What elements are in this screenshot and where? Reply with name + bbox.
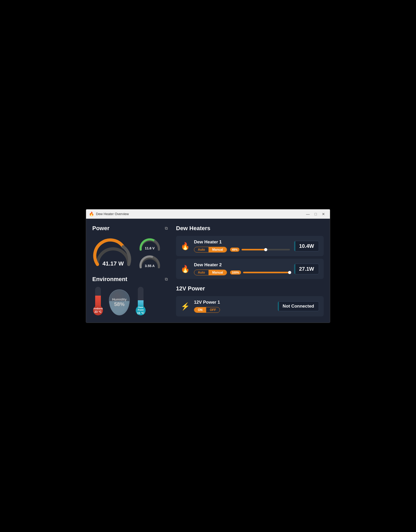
humidity-widget: Humidity 58%	[109, 289, 130, 315]
12v-power-1-status-bar	[278, 302, 279, 311]
dew-heater-2-manual-btn[interactable]: Manual	[209, 270, 226, 275]
ambient-therm-bulb: Ambient 23 °C	[93, 305, 103, 315]
gauges-row: 41.17 W 11.6 V	[92, 236, 168, 270]
thermometers-row: Ambient 23 °C Humidity 58%	[92, 287, 168, 315]
small-gauges: 11.6 V 3.55 A	[138, 237, 161, 269]
dew-heater-1-power-display: 10.4W	[294, 241, 319, 251]
dew-heater-2-power-value: 27.1W	[299, 266, 314, 272]
close-button[interactable]: ✕	[320, 211, 327, 217]
main-power-value: 41.17 W	[102, 260, 124, 267]
minimize-button[interactable]: —	[304, 211, 311, 217]
dew-heater-2-info: Dew Heater 2 Auto Manual 100%	[194, 262, 290, 275]
dew-heater-2-mode-toggle: Auto Manual	[194, 270, 227, 275]
dew-heaters-title: Dew Heaters	[176, 225, 210, 232]
environment-section: Environment ⧉ Ambient 23 °C	[92, 276, 168, 315]
dew-heater-1-manual-btn[interactable]: Manual	[209, 247, 226, 252]
dew-heaters-header: Dew Heaters	[176, 225, 324, 232]
window-controls: — □ ✕	[304, 211, 327, 217]
dewpoint-therm-bulb: Dew Point 15 °C	[136, 305, 146, 315]
environment-ext-link-icon[interactable]: ⧉	[165, 277, 168, 282]
dew-heater-1-slider-thumb[interactable]	[264, 248, 267, 251]
dew-heater-2-slider-container: 100%	[230, 270, 290, 275]
12v-power-1-info: 12V Power 1 ON OFF	[194, 300, 274, 313]
dew-heater-1-slider-fill	[242, 249, 265, 250]
dew-heater-2-power-display: 27.1W	[294, 264, 319, 274]
12v-power-title: 12V Power	[176, 285, 205, 292]
dewpoint-value: 15 °C	[137, 311, 144, 315]
maximize-button[interactable]: □	[312, 211, 319, 217]
12v-power-1-name: 12V Power 1	[194, 300, 274, 305]
12v-power-1-toggle: ON OFF	[194, 307, 220, 313]
voltage-gauge: 11.6 V	[138, 237, 161, 251]
ambient-label: Ambient	[93, 307, 103, 310]
dew-heater-1-auto-btn[interactable]: Auto	[194, 247, 209, 252]
humidity-label: Humidity	[112, 297, 127, 301]
titlebar: 🔥 Dew Heater Overview — □ ✕	[86, 209, 330, 219]
dew-heater-2-card: 🔥 Dew Heater 2 Auto Manual 100%	[176, 259, 324, 279]
12v-power-section: 12V Power ⚡ 12V Power 1 ON OFF Not Conne…	[176, 285, 324, 316]
flame-icon-1: 🔥	[181, 242, 190, 250]
12v-power-1-off-btn[interactable]: OFF	[206, 307, 220, 312]
dewpoint-label: Dew Point	[136, 306, 146, 312]
voltage-value: 11.6 V	[145, 246, 155, 250]
dew-heater-1-slider-track[interactable]	[242, 249, 290, 250]
environment-header: Environment ⧉	[92, 276, 168, 283]
dew-heater-2-auto-btn[interactable]: Auto	[194, 270, 209, 275]
power-title: Power	[92, 225, 109, 232]
right-panel: Dew Heaters 🔥 Dew Heater 1 Auto Manual	[176, 225, 324, 316]
12v-power-header: 12V Power	[176, 285, 324, 292]
ambient-therm-body: Ambient 23 °C	[92, 287, 104, 315]
dew-heaters-section: Dew Heaters 🔥 Dew Heater 1 Auto Manual	[176, 225, 324, 279]
12v-power-1-on-btn[interactable]: ON	[194, 307, 206, 312]
ambient-thermometer: Ambient 23 °C	[92, 287, 104, 315]
dew-heater-1-mode-toggle: Auto Manual	[194, 247, 227, 252]
flame-icon-2: 🔥	[181, 265, 190, 273]
dew-heater-2-slider-badge: 100%	[230, 270, 241, 275]
ambient-value: 23 °C	[94, 310, 102, 314]
bolt-icon: ⚡	[181, 302, 190, 311]
humidity-bubble: Humidity 58%	[109, 289, 130, 315]
dew-heater-2-name: Dew Heater 2	[194, 262, 290, 268]
main-window: 🔥 Dew Heater Overview — □ ✕ Power ⧉	[86, 209, 330, 323]
12v-power-1-status-value: Not Connected	[283, 304, 314, 309]
environment-title: Environment	[92, 276, 127, 283]
dew-heater-1-info: Dew Heater 1 Auto Manual 49%	[194, 240, 290, 252]
dew-heater-1-slider-container: 49%	[230, 248, 290, 252]
dew-heater-2-slider-track[interactable]	[243, 272, 290, 273]
left-panel: Power ⧉ 41.17 W	[92, 225, 168, 316]
dew-heater-1-card: 🔥 Dew Heater 1 Auto Manual 49%	[176, 236, 324, 256]
window-title: Dew Heater Overview	[96, 212, 302, 216]
current-value: 3.55 A	[145, 264, 155, 268]
dew-heater-1-name: Dew Heater 1	[194, 240, 290, 245]
main-power-gauge: 41.17 W	[92, 236, 134, 270]
dewpoint-therm-body: Dew Point 15 °C	[135, 287, 146, 315]
power-ext-link-icon[interactable]: ⧉	[165, 226, 168, 231]
dew-heater-1-power-bar	[294, 241, 295, 251]
app-icon: 🔥	[89, 212, 94, 216]
power-header: Power ⧉	[92, 225, 168, 232]
dew-heater-1-controls: Auto Manual 49%	[194, 247, 290, 252]
main-content: Power ⧉ 41.17 W	[86, 219, 330, 323]
dew-heater-1-slider-badge: 49%	[230, 248, 239, 252]
dewpoint-thermometer: Dew Point 15 °C	[135, 287, 146, 315]
dew-heater-2-power-bar	[294, 264, 295, 274]
current-gauge: 3.55 A	[138, 254, 161, 269]
12v-power-1-status-display: Not Connected	[278, 301, 319, 311]
dew-heater-2-slider-thumb[interactable]	[288, 271, 291, 274]
dew-heater-1-power-value: 10.4W	[299, 243, 314, 249]
12v-power-1-card: ⚡ 12V Power 1 ON OFF Not Connected	[176, 296, 324, 316]
dew-heater-2-controls: Auto Manual 100%	[194, 270, 290, 275]
humidity-value: 58%	[114, 301, 125, 307]
power-section: Power ⧉ 41.17 W	[92, 225, 168, 270]
dew-heater-2-slider-fill	[243, 272, 290, 273]
